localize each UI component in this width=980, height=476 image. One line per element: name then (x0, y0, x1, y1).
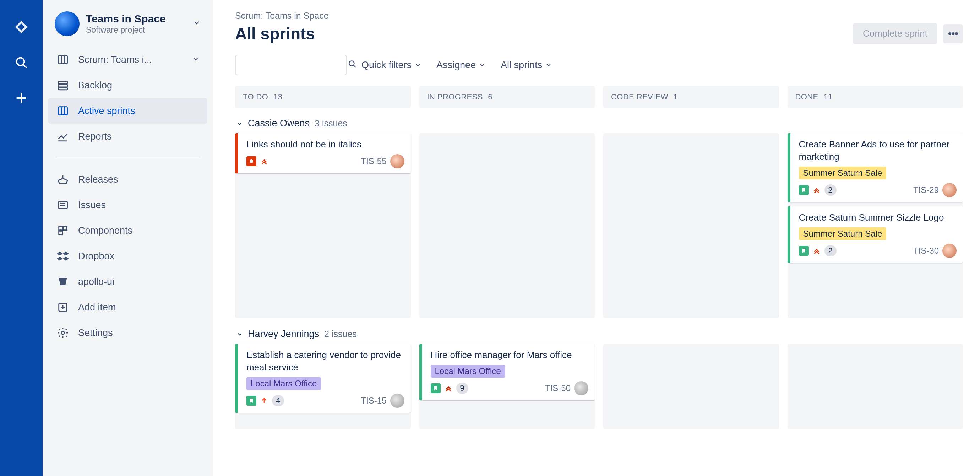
svg-rect-10 (58, 107, 67, 115)
column-name: CODE REVIEW (611, 92, 668, 101)
column-header-codereview[interactable]: CODE REVIEW 1 (603, 86, 779, 108)
quick-filters-dropdown[interactable]: Quick filters (361, 60, 422, 71)
card-title: Establish a catering vendor to provide m… (247, 349, 404, 374)
sidebar-item-settings[interactable]: Settings (48, 320, 207, 345)
swimlane-toggle[interactable]: Cassie Owens 3 issues (235, 114, 963, 133)
create-icon[interactable] (11, 88, 31, 108)
issue-card[interactable]: Establish a catering vendor to provide m… (235, 344, 411, 413)
dropbox-icon (56, 249, 70, 263)
backlog-icon (56, 78, 70, 92)
column-name: DONE (795, 92, 818, 101)
epic-tag[interactable]: Local Mars Office (431, 365, 505, 377)
sidebar-item-label: Dropbox (78, 251, 200, 262)
chevron-down-icon (192, 19, 201, 29)
column-header-done[interactable]: DONE 11 (788, 86, 963, 108)
column-name: IN PROGRESS (427, 92, 483, 101)
sidebar-item-backlog[interactable]: Backlog (48, 72, 207, 98)
assignee-avatar[interactable] (942, 244, 956, 258)
issue-key: TIS-50 (545, 383, 571, 393)
chevron-down-icon (237, 120, 243, 127)
sidebar-item-label: Settings (78, 328, 200, 339)
sidebar-item-board[interactable]: Scrum: Teams i... (48, 47, 207, 72)
sidebar-item-apollo-ui[interactable]: apollo-ui (48, 269, 207, 295)
issue-card[interactable]: Links should not be in italics TIS-55 (235, 133, 411, 174)
epic-tag[interactable]: Local Mars Office (247, 377, 321, 390)
svg-rect-19 (63, 227, 67, 230)
sidebar-item-label: Add item (78, 302, 200, 313)
story-points-badge: 4 (272, 395, 284, 406)
assignee-avatar[interactable] (574, 381, 589, 395)
card-title: Hire office manager for Mars office (431, 349, 589, 361)
column-count: 11 (823, 92, 832, 101)
lane-codereview[interactable] (603, 133, 779, 318)
lane-todo[interactable]: Links should not be in italics TIS-55 (235, 133, 411, 318)
search-input[interactable] (242, 60, 348, 70)
sidebar-item-label: Scrum: Teams i... (78, 54, 183, 65)
breadcrumb[interactable]: Scrum: Teams in Space (235, 11, 963, 21)
filters-row: Quick filters Assignee All sprints (235, 55, 963, 75)
sidebar-item-label: Issues (78, 200, 200, 211)
sidebar-item-dropbox[interactable]: Dropbox (48, 244, 207, 269)
issue-card[interactable]: Create Saturn Summer Sizzle Logo Summer … (788, 206, 963, 263)
project-switcher[interactable]: Teams in Space Software project (43, 11, 213, 47)
story-type-icon (799, 246, 809, 256)
gear-icon (56, 326, 70, 340)
swimlane-count: 2 issues (324, 329, 357, 339)
story-points-badge: 2 (824, 185, 837, 196)
priority-icon (260, 157, 269, 166)
svg-line-1 (24, 65, 27, 68)
sidebar-item-active-sprints[interactable]: Active sprints (48, 98, 207, 124)
sidebar-item-components[interactable]: Components (48, 218, 207, 244)
sprints-dropdown[interactable]: All sprints (501, 60, 552, 71)
search-input-wrapper[interactable] (235, 55, 347, 75)
global-rail (0, 0, 43, 476)
story-type-icon (799, 185, 809, 195)
lane-codereview[interactable] (603, 344, 779, 429)
svg-rect-8 (58, 84, 67, 87)
sidebar-item-label: Active sprints (78, 105, 200, 116)
issue-key: TIS-29 (913, 185, 939, 195)
column-count: 6 (488, 92, 493, 101)
lane-inprogress[interactable] (419, 133, 595, 318)
epic-tag[interactable]: Summer Saturn Sale (799, 227, 887, 240)
lane-inprogress[interactable]: Hire office manager for Mars office Loca… (419, 344, 595, 429)
lane-todo[interactable]: Establish a catering vendor to provide m… (235, 344, 411, 429)
bug-type-icon (247, 156, 256, 166)
complete-sprint-button[interactable]: Complete sprint (853, 23, 937, 44)
sidebar-item-add-item[interactable]: Add item (48, 295, 207, 320)
column-header-inprogress[interactable]: IN PROGRESS 6 (419, 86, 595, 108)
column-header-todo[interactable]: TO DO 13 (235, 86, 411, 108)
swimlane-toggle[interactable]: Harvey Jennings 2 issues (235, 324, 963, 344)
lane-done[interactable] (788, 344, 963, 429)
priority-icon (812, 247, 821, 255)
assignee-dropdown[interactable]: Assignee (436, 60, 486, 71)
filter-label: Assignee (436, 60, 476, 71)
more-actions-button[interactable]: ••• (943, 24, 963, 43)
svg-rect-20 (59, 231, 62, 234)
search-icon (348, 59, 357, 71)
add-item-icon (56, 301, 70, 314)
assignee-avatar[interactable] (390, 154, 404, 169)
lane-done[interactable]: Create Banner Ads to use for partner mar… (788, 133, 963, 318)
sidebar-item-reports[interactable]: Reports (48, 124, 207, 149)
issue-card[interactable]: Create Banner Ads to use for partner mar… (788, 133, 963, 202)
issue-key: TIS-30 (913, 246, 939, 256)
chevron-down-icon (479, 62, 486, 68)
chevron-down-icon (414, 62, 422, 68)
swimlane-name: Cassie Owens (248, 118, 310, 129)
svg-point-27 (250, 159, 253, 163)
jira-icon[interactable] (11, 17, 31, 37)
story-points-badge: 2 (824, 245, 837, 256)
reports-icon (56, 130, 70, 143)
sidebar-item-issues[interactable]: Issues (48, 192, 207, 218)
epic-tag[interactable]: Summer Saturn Sale (799, 167, 887, 179)
sidebar-item-releases[interactable]: Releases (48, 167, 207, 192)
svg-rect-9 (58, 88, 67, 90)
filter-label: All sprints (501, 60, 542, 71)
card-title: Create Banner Ads to use for partner mar… (799, 138, 957, 163)
assignee-avatar[interactable] (390, 393, 404, 408)
search-icon[interactable] (11, 53, 31, 72)
assignee-avatar[interactable] (942, 183, 956, 197)
svg-rect-18 (59, 227, 62, 230)
issue-card[interactable]: Hire office manager for Mars office Loca… (419, 344, 595, 400)
